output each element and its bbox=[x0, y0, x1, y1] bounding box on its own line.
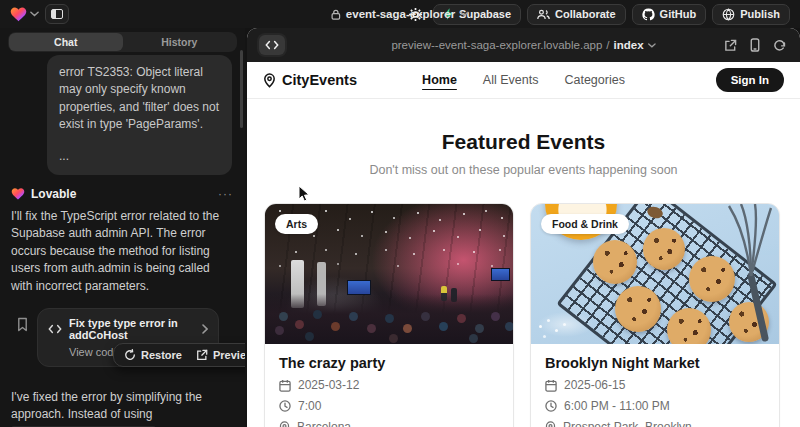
preview-toolbar: preview--event-saga-explorer.lovable.app… bbox=[247, 28, 800, 62]
assistant-message-1: I'll fix the TypeScript error related to… bbox=[11, 208, 231, 295]
fix-card-title: Fix type type error in addCoHost bbox=[69, 317, 195, 341]
site-nav: Home All Events Categories bbox=[422, 73, 625, 87]
restore-icon bbox=[124, 349, 136, 361]
message-options-button[interactable]: ··· bbox=[218, 187, 233, 201]
hero-subtitle: Don't miss out on these popular events h… bbox=[247, 163, 800, 177]
calendar-icon bbox=[545, 379, 557, 392]
assistant-message-2: I've fixed the error by simplifying the … bbox=[11, 389, 231, 427]
event-location-row: Barcelona bbox=[279, 420, 499, 427]
event-image-cookies: Food & Drink bbox=[531, 204, 779, 344]
event-date-row: 2025-03-12 bbox=[279, 378, 499, 392]
preview-url-selector[interactable]: preview--event-saga-explorer.lovable.app… bbox=[391, 39, 655, 51]
event-date-row: 2025-06-15 bbox=[545, 378, 765, 392]
code-view-toggle[interactable] bbox=[259, 35, 285, 55]
event-cards-row: Arts The crazy party 2025-03-12 bbox=[247, 203, 800, 427]
event-time-row: 7:00 bbox=[279, 399, 499, 413]
open-external-icon bbox=[196, 349, 208, 361]
event-card-night-market[interactable]: Food & Drink Brooklyn Night Market 2025-… bbox=[530, 203, 780, 427]
preview-button[interactable]: Preview bbox=[190, 347, 245, 363]
open-in-new-tab-button[interactable] bbox=[724, 39, 737, 52]
chat-sidebar: Chat History error TS2353: Object litera… bbox=[0, 28, 245, 427]
mobile-view-button[interactable] bbox=[750, 38, 760, 52]
app-topbar: event-saga-explorer Supabase bbox=[0, 0, 800, 28]
chevron-down-icon bbox=[30, 11, 39, 17]
project-selector[interactable]: event-saga-explorer bbox=[331, 0, 469, 28]
event-image-conference: Arts bbox=[265, 204, 513, 344]
github-icon bbox=[642, 8, 655, 21]
hero-section: Featured Events Don't miss out on these … bbox=[247, 130, 800, 177]
tab-history[interactable]: History bbox=[123, 33, 237, 51]
chat-history-tabs: Chat History bbox=[8, 32, 237, 52]
lovable-logo-menu[interactable] bbox=[10, 7, 39, 22]
github-label: GitHub bbox=[660, 8, 697, 20]
publish-label: Publish bbox=[740, 8, 780, 20]
tab-chat[interactable]: Chat bbox=[9, 33, 123, 51]
nav-home[interactable]: Home bbox=[422, 73, 457, 87]
chevron-right-icon bbox=[202, 324, 208, 334]
error-text: error TS2353: Object literal may only sp… bbox=[59, 64, 220, 134]
lovable-heart-icon bbox=[10, 7, 27, 22]
event-title: The crazy party bbox=[279, 355, 499, 371]
bookmark-icon[interactable] bbox=[16, 317, 29, 332]
project-name: event-saga-explorer bbox=[346, 8, 455, 20]
github-button[interactable]: GitHub bbox=[632, 4, 707, 25]
panel-icon bbox=[51, 9, 63, 19]
clock-icon bbox=[279, 400, 291, 412]
brand-name: CityEvents bbox=[282, 72, 357, 88]
publish-button[interactable]: Publish bbox=[712, 4, 790, 25]
globe-icon bbox=[722, 8, 735, 21]
refresh-button[interactable] bbox=[773, 39, 786, 52]
map-pin-icon bbox=[545, 421, 556, 427]
calendar-icon bbox=[279, 379, 291, 392]
user-error-message: error TS2353: Object literal may only sp… bbox=[47, 55, 232, 175]
event-card-crazy-party[interactable]: Arts The crazy party 2025-03-12 bbox=[264, 203, 514, 427]
collaborate-label: Collaborate bbox=[555, 8, 616, 20]
clock-icon bbox=[545, 400, 557, 412]
url-separator: / bbox=[606, 39, 609, 51]
chevron-down-icon bbox=[460, 11, 469, 17]
category-badge: Food & Drink bbox=[541, 214, 629, 234]
ceiling-lights-decor bbox=[271, 208, 273, 210]
map-pin-icon bbox=[263, 73, 276, 88]
nav-categories[interactable]: Categories bbox=[564, 73, 624, 87]
sign-in-button[interactable]: Sign In bbox=[716, 68, 784, 92]
url-page: index bbox=[614, 39, 644, 51]
restore-label: Restore bbox=[141, 349, 182, 361]
whisk-decor bbox=[723, 204, 779, 344]
lovable-heart-icon bbox=[11, 188, 25, 200]
hero-title: Featured Events bbox=[247, 130, 800, 154]
message-hover-toolbar: Restore Preview bbox=[113, 343, 245, 367]
map-pin-icon bbox=[279, 421, 290, 427]
site-header: CityEvents Home All Events Categories Si… bbox=[247, 62, 800, 99]
site-viewport: CityEvents Home All Events Categories Si… bbox=[247, 62, 800, 427]
preview-pane: preview--event-saga-explorer.lovable.app… bbox=[247, 28, 800, 427]
mouse-cursor bbox=[298, 185, 311, 203]
restore-button[interactable]: Restore bbox=[118, 347, 188, 363]
preview-label: Preview bbox=[213, 349, 245, 361]
assistant-name: Lovable bbox=[31, 187, 76, 201]
event-location-row: Prospect Park, Brooklyn bbox=[545, 420, 765, 427]
collaborate-button[interactable]: Collaborate bbox=[527, 4, 626, 25]
url-host: preview--event-saga-explorer.lovable.app bbox=[391, 39, 602, 51]
chat-scrollbar[interactable] bbox=[240, 50, 243, 128]
lock-icon bbox=[331, 9, 341, 20]
category-badge: Arts bbox=[275, 214, 318, 234]
toggle-sidebar-button[interactable] bbox=[45, 4, 69, 24]
code-icon bbox=[48, 324, 62, 334]
users-icon bbox=[537, 9, 550, 20]
nav-all-events[interactable]: All Events bbox=[483, 73, 539, 87]
site-brand[interactable]: CityEvents bbox=[263, 72, 357, 88]
chevron-down-icon bbox=[648, 43, 656, 48]
event-time-row: 6:00 PM - 11:00 PM bbox=[545, 399, 765, 413]
collapsed-ellipsis: ... bbox=[59, 148, 220, 165]
event-title: Brooklyn Night Market bbox=[545, 355, 765, 371]
